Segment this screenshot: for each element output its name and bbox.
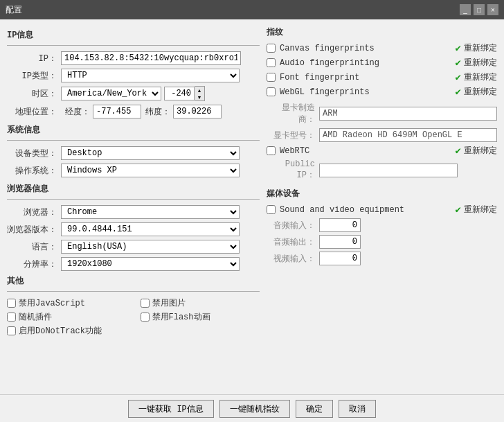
audio-output-field[interactable]: [319, 235, 361, 249]
sound-rebind-button[interactable]: 重新绑定: [464, 204, 497, 216]
os-row: 操作系统： Windows XP Windows 7 Windows 10 ma…: [7, 164, 260, 177]
gpu-vendor-label: 显卡制造商：: [267, 102, 315, 125]
browser-section: 浏览器信息 浏览器： Chrome Firefox Edge Safari 浏览…: [7, 183, 260, 271]
font-rebind-button[interactable]: 重新绑定: [464, 71, 497, 83]
webgl-rebind: ✔ 重新绑定: [456, 86, 497, 98]
browser-select[interactable]: Chrome Firefox Edge Safari: [61, 205, 240, 219]
timezone-row: 时区： America/New_York America/Los_Angeles…: [7, 86, 260, 101]
canvas-rebind: ✔ 重新绑定: [456, 42, 497, 54]
webrtc-checkbox[interactable]: [267, 146, 276, 155]
disable-img-label: 禁用图片: [152, 297, 186, 309]
webgl-rebind-button[interactable]: 重新绑定: [464, 86, 497, 98]
version-label: 浏览器版本：: [7, 224, 57, 236]
sound-label: Sound and video equipment: [280, 205, 456, 215]
font-fp-row: Font fingerprint ✔ 重新绑定: [267, 71, 497, 83]
browser-row: 浏览器： Chrome Firefox Edge Safari: [7, 205, 260, 219]
webgl-fp-checkbox[interactable]: [267, 87, 276, 96]
font-rebind: ✔ 重新绑定: [456, 71, 497, 83]
disable-js-checkbox[interactable]: [7, 299, 16, 308]
random-fingerprint-button[interactable]: 一键随机指纹: [219, 400, 290, 418]
title-bar: 配置 _ □ ×: [0, 0, 504, 19]
fingerprint-section-title: 指纹: [267, 26, 497, 38]
webgl-check-icon: ✔: [456, 86, 461, 98]
webgl-fp-label: WebGL fingerprints: [280, 87, 456, 97]
webrtc-label: WebRTC: [280, 146, 456, 156]
canvas-rebind-button[interactable]: 重新绑定: [464, 42, 497, 54]
sound-checkbox[interactable]: [267, 205, 276, 214]
disable-img-item[interactable]: 禁用图片: [141, 297, 260, 309]
resolution-row: 分辨率： 1920x1080 1280x720 2560x1440: [7, 257, 260, 271]
gpu-vendor-row: 显卡制造商：: [267, 102, 497, 125]
left-panel: IP信息 IP： IP类型： HTTP HTTPS SOCKS5 时区： Ame…: [7, 26, 260, 387]
webrtc-rebind-button[interactable]: 重新绑定: [464, 145, 497, 157]
resolution-select[interactable]: 1920x1080 1280x720 2560x1440: [61, 257, 240, 271]
audio-input-row: 音频输入：: [267, 218, 497, 232]
do-not-track-checkbox[interactable]: [7, 326, 16, 335]
audio-fp-checkbox[interactable]: [267, 58, 276, 67]
video-input-row: 视频输入：: [267, 252, 497, 265]
other-checkboxes: 禁用JavaScript 禁用图片 随机插件 禁用Flash动画 启用DoNot…: [7, 297, 260, 337]
ip-input[interactable]: [61, 51, 241, 65]
longitude-label: 经度：: [65, 106, 90, 118]
os-select[interactable]: Windows XP Windows 7 Windows 10 macOS Li…: [61, 164, 240, 177]
version-select[interactable]: 99.0.4844.151 98.0.4758.102: [61, 222, 240, 236]
font-fp-checkbox[interactable]: [267, 73, 276, 82]
random-plugin-checkbox[interactable]: [7, 313, 16, 322]
random-plugin-item[interactable]: 随机插件: [7, 311, 127, 323]
disable-img-checkbox[interactable]: [141, 299, 150, 308]
disable-flash-item[interactable]: 禁用Flash动画: [141, 311, 260, 323]
other-section: 其他 禁用JavaScript 禁用图片 随机插件 禁用Flash动画: [7, 275, 260, 337]
audio-rebind-button[interactable]: 重新绑定: [464, 57, 497, 69]
ip-section: IP信息 IP： IP类型： HTTP HTTPS SOCKS5 时区： Ame…: [7, 29, 260, 118]
canvas-fp-checkbox[interactable]: [267, 44, 276, 53]
audio-output-label: 音频输出：: [267, 236, 315, 248]
video-input-field[interactable]: [319, 252, 361, 265]
canvas-check-icon: ✔: [456, 42, 461, 54]
resolution-label: 分辨率：: [7, 258, 57, 270]
gpu-model-row: 显卡型号：: [267, 128, 497, 142]
disable-js-item[interactable]: 禁用JavaScript: [7, 297, 127, 309]
tz-offset-input[interactable]: [164, 87, 195, 100]
gpu-vendor-input[interactable]: [319, 107, 497, 121]
version-row: 浏览器版本： 99.0.4844.151 98.0.4758.102: [7, 222, 260, 236]
media-section: 媒体设备 Sound and video equipment ✔ 重新绑定 音频…: [267, 188, 497, 265]
webrtc-check-icon: ✔: [456, 145, 461, 157]
video-input-label: 视频输入：: [267, 253, 315, 265]
location-row: 地理位置： 经度： 纬度：: [7, 105, 260, 118]
longitude-input[interactable]: [93, 105, 141, 118]
system-section-title: 系统信息: [7, 124, 260, 136]
tz-offset-up[interactable]: ▲: [195, 87, 204, 94]
fingerprint-section: 指纹 Canvas fingerprints ✔ 重新绑定 Audio fing…: [267, 26, 497, 181]
audio-input-field[interactable]: [319, 218, 361, 232]
maximize-button[interactable]: □: [474, 4, 485, 15]
audio-check-icon: ✔: [456, 57, 461, 69]
ip-type-select[interactable]: HTTP HTTPS SOCKS5: [61, 69, 240, 82]
device-type-select[interactable]: Desktop Mobile Tablet: [61, 146, 240, 160]
browser-section-title: 浏览器信息: [7, 183, 260, 195]
close-button[interactable]: ×: [487, 4, 498, 15]
get-ip-button[interactable]: 一键获取 IP信息: [128, 400, 214, 418]
audio-rebind: ✔ 重新绑定: [456, 57, 497, 69]
audio-output-row: 音频输出：: [267, 235, 497, 249]
ip-type-label: IP类型：: [7, 70, 57, 82]
language-row: 语言： English(USA) Chinese(Simplified) Jap…: [7, 240, 260, 254]
latitude-label: 纬度：: [145, 106, 170, 118]
disable-flash-label: 禁用Flash动画: [152, 311, 210, 323]
latitude-input[interactable]: [173, 105, 222, 118]
other-section-title: 其他: [7, 275, 260, 287]
font-check-icon: ✔: [456, 71, 461, 83]
confirm-button[interactable]: 确定: [296, 400, 333, 418]
tz-offset-container: ▲ ▼: [164, 86, 205, 101]
language-select[interactable]: English(USA) Chinese(Simplified) Japanes…: [61, 240, 240, 254]
minimize-button[interactable]: _: [460, 4, 471, 15]
do-not-track-item[interactable]: 启用DoNotTrack功能: [7, 325, 127, 337]
public-ip-input[interactable]: [319, 164, 458, 177]
timezone-select[interactable]: America/New_York America/Los_Angeles Eur…: [61, 87, 161, 100]
gpu-model-input[interactable]: [319, 128, 497, 142]
sound-rebind: ✔ 重新绑定: [456, 204, 497, 216]
font-fp-label: Font fingerprint: [280, 73, 456, 82]
disable-flash-checkbox[interactable]: [141, 313, 150, 322]
cancel-button[interactable]: 取消: [339, 400, 376, 418]
os-label: 操作系统：: [7, 165, 57, 177]
tz-offset-down[interactable]: ▼: [195, 94, 204, 100]
